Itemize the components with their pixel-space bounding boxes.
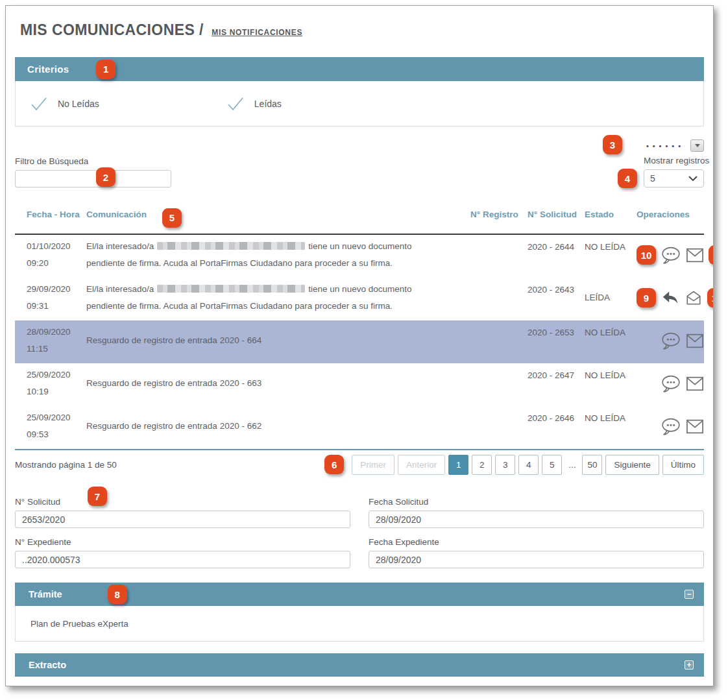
pagination-page-4[interactable]: 4 (518, 455, 539, 475)
collapse-icon[interactable]: − (685, 590, 694, 599)
mail-closed-icon[interactable] (686, 419, 704, 434)
checkbox-no-leidas[interactable]: No Leídas (30, 96, 99, 112)
hora: 11:15 (27, 341, 84, 357)
mail-closed-icon[interactable] (686, 333, 704, 348)
comment-icon[interactable] (661, 332, 681, 350)
cell-solicitud: 2020 - 2647 (528, 367, 582, 400)
fecha-solicitud-input[interactable] (369, 511, 704, 528)
page-size-value: 5 (650, 173, 655, 184)
num-expediente-input[interactable] (15, 551, 350, 568)
extracto-section: Extracto + (15, 653, 704, 677)
annotation-badge-7: 7 (88, 487, 107, 506)
cell-solicitud: 2020 - 2643 (528, 281, 582, 315)
hora: 09:31 (27, 298, 84, 315)
pagination-page-5[interactable]: 5 (542, 455, 562, 475)
annotation-badge-4: 4 (618, 169, 637, 188)
cell-comunicacion: Resguardo de registro de entrada 2020 - … (86, 409, 468, 443)
cell-estado: NO LEÍDA (585, 409, 634, 443)
cell-registro (470, 324, 525, 357)
cell-estado: NO LEÍDA (585, 324, 634, 357)
tramite-header[interactable]: Trámite 8 − (15, 583, 704, 606)
annotation-badge-11: 11 (709, 245, 714, 265)
column-dots: •••••• (646, 142, 685, 150)
cell-comunicacion: El/la interesado/atiene un nuevo documen… (86, 281, 468, 315)
mail-closed-icon[interactable] (686, 248, 704, 263)
pagination-page-2[interactable]: 2 (472, 455, 492, 475)
field-fecha-expediente: Fecha Expediente (369, 537, 704, 568)
table-row[interactable]: 25/09/2020 09:53 Resguardo de registro d… (15, 406, 704, 449)
search-filter-input[interactable] (15, 170, 171, 187)
cell-registro (470, 367, 525, 400)
criterios-body: No Leídas Leídas (15, 81, 704, 127)
table-row[interactable]: 29/09/2020 09:31 El/la interesado/atiene… (15, 278, 704, 320)
cell-operaciones: 10 11 (637, 238, 704, 272)
col-header-comunicacion[interactable]: Comunicación 5 (86, 208, 468, 228)
page-size-select[interactable]: 5 (644, 169, 704, 187)
col-header-registro[interactable]: N° Registro (470, 208, 525, 228)
col-header-solicitud[interactable]: N° Solicitud (528, 208, 582, 228)
fecha: 01/10/2020 (27, 238, 84, 255)
table-row[interactable]: 01/10/2020 09:20 El/la interesado/atiene… (15, 235, 704, 278)
fecha: 29/09/2020 (27, 281, 84, 298)
page-title: MIS COMUNICACIONES / (20, 21, 204, 38)
checkmark-icon (30, 96, 48, 112)
extracto-header[interactable]: Extracto + (15, 653, 704, 677)
cell-estado: NO LEÍDA (585, 238, 634, 272)
checkbox-leidas[interactable]: Leídas (226, 96, 282, 112)
checkmark-icon (226, 96, 245, 112)
annotation-badge-9: 9 (637, 288, 656, 308)
pagination-next-button[interactable]: Siguiente (605, 455, 659, 475)
hora: 09:20 (27, 255, 84, 272)
pagination-page-3[interactable]: 3 (495, 455, 515, 475)
cell-operaciones (637, 324, 704, 357)
cell-operaciones: 9 12 (637, 281, 704, 315)
field-num-solicitud: 7 N° Solicitud (15, 497, 350, 528)
caret-down-icon (695, 144, 700, 147)
cell-registro (470, 238, 525, 272)
pagination-prev-button[interactable]: Anterior (398, 455, 445, 475)
redacted-name (157, 285, 305, 293)
pagination-page-1[interactable]: 1 (448, 455, 468, 475)
cell-solicitud: 2020 - 2644 (528, 238, 582, 272)
col-header-estado[interactable]: Estado (585, 208, 634, 228)
reply-icon[interactable] (661, 289, 680, 306)
num-solicitud-input[interactable] (15, 511, 350, 528)
checkbox-label: Leídas (254, 99, 282, 109)
col-header-fecha[interactable]: Fecha - Hora (15, 208, 84, 228)
table-row[interactable]: 25/09/2020 10:19 Resguardo de registro d… (15, 363, 704, 406)
pagination-ellipsis: ... (565, 460, 579, 470)
page-size-label: Mostrar registros (644, 156, 705, 165)
tramite-body: Plan de Pruebas eXperta (15, 606, 704, 642)
mail-closed-icon[interactable] (686, 376, 704, 391)
comment-icon[interactable] (661, 417, 681, 435)
cell-fecha: 25/09/2020 10:19 (15, 367, 84, 400)
cell-fecha: 29/09/2020 09:31 (15, 281, 84, 315)
expand-icon[interactable]: + (685, 660, 694, 670)
hora: 10:19 (27, 383, 84, 400)
annotation-badge-5: 5 (162, 208, 182, 228)
table-row-selected[interactable]: 28/09/2020 11:15 Resguardo de registro d… (15, 320, 704, 363)
cell-registro (470, 409, 525, 443)
cell-operaciones (637, 409, 704, 443)
col-header-operaciones: Operaciones (637, 208, 704, 228)
fecha: 28/09/2020 (27, 324, 84, 341)
detail-form: 7 N° Solicitud Fecha Solicitud N° Expedi… (15, 497, 704, 568)
mis-notificaciones-link[interactable]: MIS NOTIFICACIONES (212, 28, 302, 37)
comment-icon[interactable] (661, 246, 681, 264)
fecha-expediente-input[interactable] (369, 551, 704, 568)
pagination-page-50[interactable]: 50 (582, 455, 602, 475)
criterios-panel: Criterios 1 No Leídas Leídas (15, 57, 704, 127)
cell-comunicacion: Resguardo de registro de entrada 2020 - … (86, 367, 468, 400)
criterios-title: Criterios (27, 64, 69, 75)
cell-operaciones (637, 367, 704, 400)
pagination-last-button[interactable]: Último (662, 455, 704, 475)
page-frame: MIS COMUNICACIONES / MIS NOTIFICACIONES … (5, 5, 714, 686)
mail-open-icon[interactable] (685, 289, 703, 306)
texto-prefijo: El/la interesado/a (86, 241, 154, 251)
comment-icon[interactable] (661, 374, 681, 392)
table-body: 01/10/2020 09:20 El/la interesado/atiene… (15, 235, 704, 450)
field-label: Fecha Expediente (369, 537, 704, 547)
pagination-first-button[interactable]: Primer (352, 455, 394, 475)
column-dropdown-button[interactable] (690, 139, 704, 152)
cell-fecha: 01/10/2020 09:20 (15, 238, 84, 272)
